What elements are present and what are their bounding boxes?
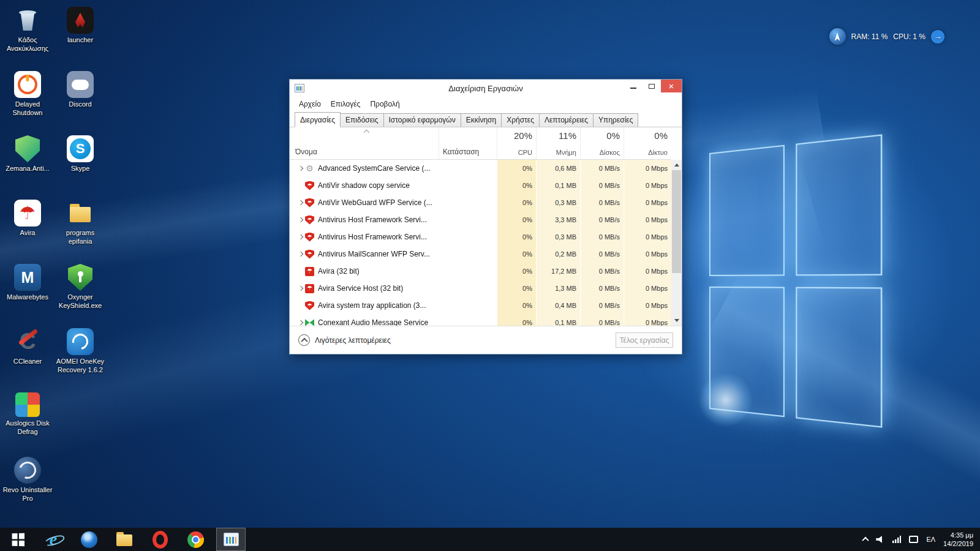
desktop-icon-malwarebytes[interactable]: Malwarebytes [1,260,54,324]
desktop-icon-programs-epifania[interactable]: programs epifania [54,195,107,260]
column-header-status[interactable]: Κατάσταση [439,127,497,159]
process-name: Avira (32 bit) [318,267,360,276]
desktop-icon-delayed-shutdown[interactable]: Delayed Shutdown [1,67,54,131]
scrollbar-thumb[interactable] [672,170,681,273]
taskbar-blue-browser[interactable] [71,528,107,551]
expand-chevron-icon[interactable] [296,167,305,170]
desktop-icon-oxynger-keyshield[interactable]: Oxynger KeyShield.exe [54,260,107,324]
process-row[interactable]: Antivirus Host Framework Servi... 0% 0,3… [290,228,671,246]
expand-chevron-icon[interactable] [296,252,305,256]
tab-services[interactable]: Υπηρεσίες [593,113,638,127]
titlebar[interactable]: Διαχείριση Εργασιών [290,80,682,97]
process-row[interactable]: Advanced SystemCare Service (... 0% 0,6 … [290,160,671,177]
tab-details[interactable]: Λεπτομέρειες [539,113,594,127]
desktop-icon-aomei-onekey[interactable]: AOMEI OneKey Recovery 1.6.2 [54,324,107,388]
expand-chevron-icon[interactable] [296,218,305,222]
volume-icon[interactable] [876,536,884,544]
minimize-button[interactable] [624,80,643,92]
avira-shield-icon [305,198,314,208]
vertical-scrollbar[interactable] [671,160,682,326]
expand-chevron-icon[interactable] [296,201,305,204]
desktop-icon-zemana[interactable]: Zemana.Anti... [1,131,54,195]
process-status-cell [439,228,497,246]
language-indicator[interactable]: ΕΛ [926,536,935,543]
start-button[interactable] [0,528,36,551]
scrollbar-track[interactable] [671,170,682,315]
disk-column-label: Δίσκος [600,149,620,156]
desktop-icon-discord[interactable]: Discord [54,67,107,131]
desktop-icon-avira[interactable]: Avira [1,195,54,260]
menu-file[interactable]: Αρχείο [295,99,325,110]
taskbar-file-explorer[interactable] [107,528,142,551]
network-signal-icon[interactable] [892,536,901,543]
scroll-down-arrow[interactable] [671,315,682,326]
fewer-details-toggle[interactable]: Λιγότερες λεπτομέρειες [298,334,391,346]
column-header-network[interactable]: 0% Δίκτυο [624,127,671,159]
taskbar-internet-explorer[interactable] [36,528,71,551]
hidden-icons-chevron[interactable] [862,537,869,544]
icon-label: Skype [71,165,90,173]
tab-startup[interactable]: Εκκίνηση [461,113,502,127]
expand-chevron-icon[interactable] [296,235,305,239]
task-manager-icon [224,533,239,546]
tab-strip: Διεργασίες Επιδόσεις Ιστορικό εφαρμογών … [290,111,682,127]
desktop-icon-recycle-bin[interactable]: Κάδος Ανακύκλωσης [1,2,54,67]
network-value: 0 Mbps [624,211,671,228]
process-row[interactable]: Conexant Audio Message Service 0% 0,1 MB… [290,314,671,326]
booster-rocket-icon[interactable] [829,28,846,45]
tab-performance[interactable]: Επιδόσεις [340,113,384,127]
performance-widget[interactable]: RAM: 11 % CPU: 1 % [829,28,944,45]
network-value: 0 Mbps [624,314,671,326]
avira-shield-icon [305,181,314,190]
expand-chevron-icon[interactable] [296,321,305,324]
avira-shield-icon [305,301,314,310]
taskbar-task-manager[interactable] [216,528,246,551]
process-row[interactable]: Avira Service Host (32 bit) 0% 1,3 MB 0 … [290,280,671,297]
desktop-icon-skype[interactable]: Skype [54,131,107,195]
tab-processes[interactable]: Διεργασίες [295,112,341,127]
network-value: 0 Mbps [624,297,671,314]
desktop-icon-ccleaner[interactable]: CCleaner [1,324,54,388]
taskbar-opera[interactable] [142,528,178,551]
device-icon[interactable] [909,536,918,543]
process-row[interactable]: Avira (32 bit) 0% 17,2 MB 0 MB/s 0 Mbps [290,263,671,280]
process-row[interactable]: Avira system tray application (3... 0% 0… [290,297,671,314]
column-header-disk[interactable]: 0% Δίσκος [580,127,624,159]
tab-users[interactable]: Χρήστες [501,113,540,127]
recycle-bin-icon [14,7,41,34]
clock[interactable]: 4:35 μμ 14/2/2019 [943,531,973,549]
expand-chevron-icon[interactable] [296,287,305,290]
process-name-cell: Antivirus Host Framework Servi... [290,228,439,246]
close-button[interactable] [661,80,682,92]
fewer-details-label: Λιγότερες λεπτομέρειες [315,336,391,345]
cpu-value: 0% [497,314,536,326]
arrow-right-icon[interactable] [931,30,944,43]
process-row[interactable]: Antivirus Host Framework Servi... 0% 3,3… [290,211,671,228]
discord-icon [67,71,94,98]
column-header-name[interactable]: Όνομα [290,127,439,159]
column-header-cpu[interactable]: 20% CPU [497,127,536,159]
icon-label: Auslogics Disk Defrag [1,419,54,437]
process-row[interactable]: AntiVir WebGuard WFP Service (... 0% 0,3… [290,194,671,211]
desktop-icon-revo[interactable]: Revo Uninstaller Pro [1,452,54,517]
desktop-icon-auslogics[interactable]: Auslogics Disk Defrag [1,388,54,452]
end-task-button[interactable]: Τέλος εργασίας [616,332,673,348]
process-row[interactable]: AntiVir shadow copy service 0% 0,1 MB 0 … [290,177,671,194]
process-status-cell [439,194,497,211]
scroll-up-arrow[interactable] [671,160,682,170]
process-list: Advanced SystemCare Service (... 0% 0,6 … [290,160,671,326]
tab-app-history[interactable]: Ιστορικό εφαρμογών [383,113,461,127]
windows-logo-icon [12,533,24,546]
desktop-icon-launcher[interactable]: launcher [54,2,107,67]
taskbar-chrome[interactable] [178,528,213,551]
memory-value: 0,3 MB [536,228,580,246]
process-status-cell [439,211,497,228]
cpu-value: 0% [497,177,536,194]
maximize-button[interactable] [643,80,661,92]
process-row[interactable]: Antivirus MailScanner WFP Serv... 0% 0,2… [290,246,671,263]
menu-view[interactable]: Προβολή [366,99,404,110]
column-header-memory[interactable]: 11% Μνήμη [536,127,580,159]
opera-icon [153,531,168,549]
avira-shield-icon [305,216,314,225]
menu-options[interactable]: Επιλογές [326,99,365,110]
